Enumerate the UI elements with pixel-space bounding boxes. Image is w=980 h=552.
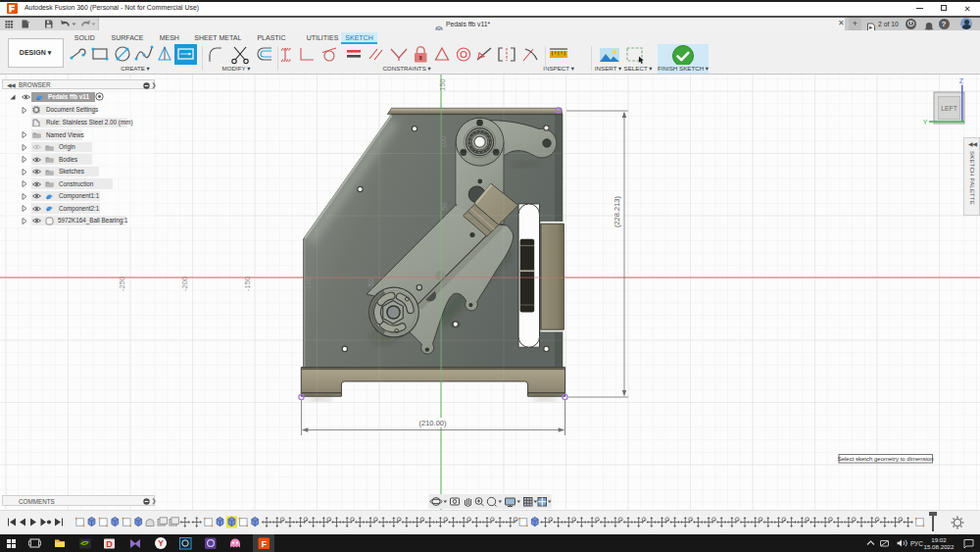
svg-text:(228.213): (228.213): [612, 195, 621, 227]
svg-text:Y: Y: [158, 538, 164, 548]
svg-text:-150: -150: [243, 276, 252, 291]
svg-text:-100: -100: [304, 276, 313, 291]
svg-text:100: 100: [439, 136, 448, 149]
svg-text:Y: Y: [923, 119, 928, 125]
svg-text:LEFT: LEFT: [941, 105, 957, 112]
svg-text:15.08.2022: 15.08.2022: [924, 543, 956, 550]
svg-text:F: F: [262, 539, 267, 549]
svg-text:19:02: 19:02: [931, 536, 947, 543]
svg-text:-200: -200: [180, 276, 189, 291]
svg-text:Z: Z: [959, 77, 964, 84]
svg-text:-250: -250: [118, 276, 126, 291]
svg-text:(210.00): (210.00): [419, 419, 447, 427]
svg-text:50: 50: [440, 202, 449, 210]
svg-text:D: D: [106, 539, 113, 549]
svg-text:РУС: РУС: [910, 540, 923, 547]
svg-text:150: 150: [438, 78, 447, 91]
svg-text:Select sketch geometry to dime: Select sketch geometry to dimension: [838, 456, 934, 462]
svg-text:-50: -50: [367, 278, 375, 289]
